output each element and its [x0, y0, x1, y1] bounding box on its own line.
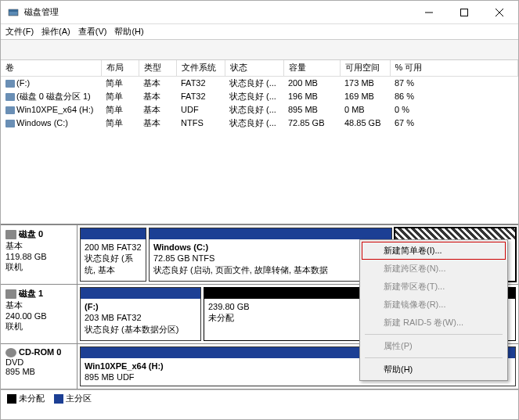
table-row[interactable]: (F:)简单基本FAT32状态良好 (...200 MB173 MB87 %: [1, 76, 518, 90]
svg-rect-1: [9, 9, 18, 12]
col-status[interactable]: 状态: [225, 60, 283, 76]
col-layout[interactable]: 布局: [101, 60, 139, 76]
menu-new-striped-volume[interactable]: 新建带区卷(T)...: [362, 278, 506, 296]
menu-new-spanned-volume[interactable]: 新建跨区卷(N)...: [362, 260, 506, 278]
menu-new-simple-volume[interactable]: 新建简单卷(I)...: [362, 242, 506, 260]
window-buttons: [411, 1, 517, 23]
col-capacity[interactable]: 容量: [283, 60, 340, 76]
disk-state: 联机: [5, 261, 72, 273]
partition-stripe: [81, 228, 146, 239]
col-volume[interactable]: 卷: [1, 60, 101, 76]
context-menu: 新建简单卷(I)... 新建跨区卷(N)... 新建带区卷(T)... 新建镜像…: [359, 239, 508, 381]
menu-action[interactable]: 操作(A): [41, 26, 70, 38]
disk-type: 基本: [5, 240, 72, 252]
col-type[interactable]: 类型: [139, 60, 176, 76]
menu-help[interactable]: 帮助(H): [362, 361, 506, 379]
partition-stripe: [81, 288, 200, 299]
col-pct[interactable]: % 可用: [390, 60, 518, 76]
partition-stripe: [150, 228, 391, 239]
col-free[interactable]: 可用空间: [340, 60, 390, 76]
minimize-button[interactable]: [411, 1, 446, 23]
volume-icon: [5, 80, 15, 88]
disk-icon: [5, 289, 16, 299]
menu-separator: [365, 357, 503, 358]
disk-size: 240.00 GB: [5, 311, 72, 321]
menu-view[interactable]: 查看(V): [78, 26, 107, 38]
menu-properties[interactable]: 属性(P): [362, 337, 506, 355]
maximize-button[interactable]: [446, 1, 481, 23]
menubar: 文件(F) 操作(A) 查看(V) 帮助(H): [1, 24, 518, 40]
legend: 未分配 主分区: [1, 389, 518, 407]
disk-info-1[interactable]: 磁盘 1 基本 240.00 GB 联机: [1, 285, 77, 343]
disk-type: DVD: [5, 357, 72, 367]
disk-info-0[interactable]: 磁盘 0 基本 119.88 GB 联机: [1, 225, 77, 284]
table-row[interactable]: (磁盘 0 磁盘分区 1)简单基本FAT32状态良好 (...196 MB169…: [1, 90, 518, 103]
menu-help[interactable]: 帮助(H): [114, 26, 143, 38]
partition[interactable]: Windows (C:)72.85 GB NTFS状态良好 (启动, 页面文件,…: [149, 228, 392, 282]
disk-state: 联机: [5, 321, 72, 332]
menu-file[interactable]: 文件(F): [5, 26, 34, 38]
disk-name: 磁盘 0: [19, 229, 43, 239]
col-fs[interactable]: 文件系统: [176, 60, 225, 76]
window-title: 磁盘管理: [24, 6, 411, 18]
legend-swatch-primary: [54, 394, 63, 404]
volume-icon: [5, 120, 15, 127]
disk-icon: [5, 230, 16, 239]
disk-name: CD-ROM 0: [19, 347, 61, 357]
table-row[interactable]: Windows (C:)简单基本NTFS状态良好 (...72.85 GB48.…: [1, 117, 518, 130]
volume-table: 卷 布局 类型 文件系统 状态 容量 可用空间 % 可用 (F:)简单基本FAT…: [1, 60, 518, 224]
volume-icon: [5, 106, 15, 114]
cd-icon: [5, 348, 16, 357]
partition[interactable]: 200 MB FAT32状态良好 (系统, 基本: [80, 228, 146, 282]
app-icon: [7, 6, 20, 19]
disk-name: 磁盘 1: [19, 289, 43, 298]
volume-icon: [5, 93, 15, 101]
partition[interactable]: (F:)203 MB FAT32状态良好 (基本数据分区): [80, 287, 201, 341]
menu-new-mirrored-volume[interactable]: 新建镜像卷(R)...: [362, 296, 506, 314]
menu-new-raid5-volume[interactable]: 新建 RAID-5 卷(W)...: [362, 314, 506, 332]
disk-size: 119.88 GB: [5, 252, 72, 261]
titlebar: 磁盘管理: [1, 1, 518, 24]
partition-stripe: [395, 228, 515, 239]
svg-rect-3: [460, 9, 467, 16]
disk-info-cd[interactable]: CD-ROM 0 DVD 895 MB: [1, 344, 77, 389]
legend-swatch-unalloc: [7, 394, 16, 404]
disk-size: 895 MB: [5, 367, 72, 376]
table-row[interactable]: Win10XPE_x64 (H:)简单基本UDF状态良好 (...895 MB0…: [1, 103, 518, 117]
disk-type: 基本: [5, 300, 72, 311]
toolbar: [1, 40, 518, 60]
close-button[interactable]: [481, 1, 517, 23]
table-header: 卷 布局 类型 文件系统 状态 容量 可用空间 % 可用: [1, 60, 518, 76]
menu-separator: [365, 334, 503, 335]
